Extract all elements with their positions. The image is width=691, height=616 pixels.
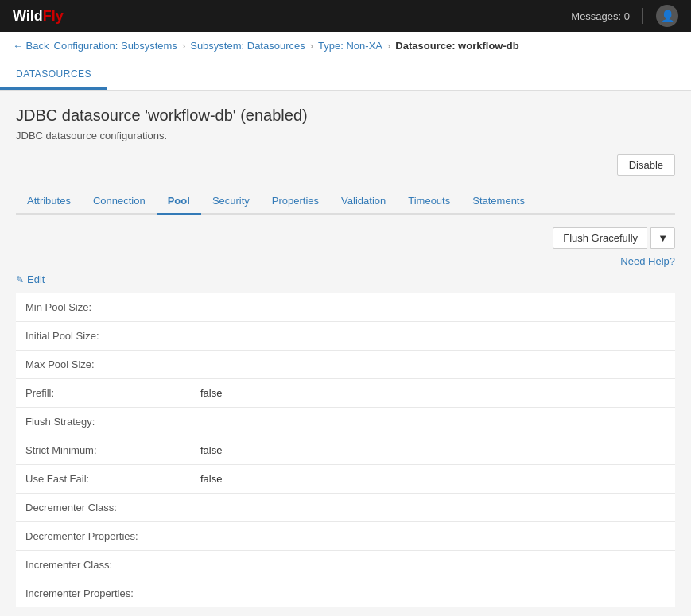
field-value-4	[191, 408, 675, 436]
brand-wild: Wild	[13, 8, 43, 24]
edit-icon: ✎	[16, 274, 24, 285]
inner-tabs: Attributes Connection Pool Security Prop…	[16, 188, 675, 215]
field-label-3: Prefill:	[16, 379, 191, 408]
breadcrumb-item-1[interactable]: Subsystem: Datasources	[190, 40, 305, 52]
edit-label[interactable]: Edit	[27, 273, 45, 285]
field-label-0: Min Pool Size:	[16, 293, 191, 322]
edit-link[interactable]: ✎ Edit	[16, 273, 675, 285]
brand-fly: Fly	[43, 8, 64, 24]
tab-statements[interactable]: Statements	[461, 188, 536, 215]
tab-validation[interactable]: Validation	[330, 188, 397, 215]
field-value-9	[191, 551, 675, 579]
flush-gracefully-caret[interactable]: ▼	[650, 227, 675, 249]
main-content: JDBC datasource 'workflow-db' (enabled) …	[0, 91, 691, 616]
field-value-8	[191, 522, 675, 551]
field-label-5: Strict Minimum:	[16, 436, 191, 465]
back-button[interactable]: ← Back	[13, 40, 49, 52]
action-row: Flush Gracefully ▼	[16, 227, 675, 249]
table-row: Decrementer Properties:	[16, 522, 675, 551]
tab-pool[interactable]: Pool	[157, 188, 201, 215]
field-value-6: false	[191, 465, 675, 494]
table-row: Decrementer Class:	[16, 494, 675, 522]
flush-gracefully-button[interactable]: Flush Gracefully	[553, 227, 647, 249]
page-subtitle: JDBC datasource configurations.	[16, 130, 675, 141]
table-row: Incrementer Class:	[16, 551, 675, 579]
table-row: Flush Strategy:	[16, 408, 675, 436]
navbar-divider	[642, 8, 643, 24]
tab-properties[interactable]: Properties	[261, 188, 330, 215]
tab-connection[interactable]: Connection	[82, 188, 157, 215]
user-icon[interactable]: 👤	[656, 5, 678, 27]
field-label-7: Decrementer Class:	[16, 494, 191, 522]
field-value-7	[191, 494, 675, 522]
field-label-1: Initial Pool Size:	[16, 322, 191, 351]
field-label-10: Incrementer Properties:	[16, 579, 191, 608]
tab-attributes[interactable]: Attributes	[16, 188, 82, 215]
breadcrumb-current: Datasource: workflow-db	[395, 40, 518, 52]
breadcrumb-item-0[interactable]: Configuration: Subsystems	[54, 40, 177, 52]
need-help-link[interactable]: Need Help?	[16, 255, 675, 267]
table-row: Incrementer Properties:	[16, 579, 675, 608]
tab-security[interactable]: Security	[201, 188, 261, 215]
tab-timeouts[interactable]: Timeouts	[397, 188, 461, 215]
messages-label: Messages: 0	[571, 10, 630, 22]
breadcrumb-item-2[interactable]: Type: Non-XA	[318, 40, 382, 52]
table-row: Max Pool Size:	[16, 351, 675, 379]
table-row: Min Pool Size:	[16, 293, 675, 322]
field-value-5: false	[191, 436, 675, 465]
field-label-2: Max Pool Size:	[16, 351, 191, 379]
breadcrumb: ← Back Configuration: Subsystems › Subsy…	[0, 32, 691, 60]
tab-datasources[interactable]: DATASOURCES	[0, 60, 107, 90]
table-row: Strict Minimum:false	[16, 436, 675, 465]
breadcrumb-sep-1: ›	[310, 40, 313, 52]
navbar: WildFly Messages: 0 👤	[0, 0, 691, 32]
field-label-8: Decrementer Properties:	[16, 522, 191, 551]
breadcrumb-sep-0: ›	[182, 40, 185, 52]
page-title: JDBC datasource 'workflow-db' (enabled)	[16, 107, 675, 125]
field-label-4: Flush Strategy:	[16, 408, 191, 436]
field-value-0	[191, 293, 675, 322]
field-label-6: Use Fast Fail:	[16, 465, 191, 494]
top-tab-bar: DATASOURCES	[0, 60, 691, 91]
navbar-right: Messages: 0 👤	[571, 5, 678, 27]
table-row: Use Fast Fail:false	[16, 465, 675, 494]
brand-logo: WildFly	[13, 8, 64, 25]
disable-btn-row: Disable	[16, 154, 675, 176]
table-row: Prefill:false	[16, 379, 675, 408]
table-row: Initial Pool Size:	[16, 322, 675, 351]
breadcrumb-sep-2: ›	[387, 40, 390, 52]
disable-button[interactable]: Disable	[617, 154, 675, 176]
field-value-1	[191, 322, 675, 351]
field-value-10	[191, 579, 675, 608]
pool-data-table: Min Pool Size:Initial Pool Size:Max Pool…	[16, 293, 675, 607]
field-value-2	[191, 351, 675, 379]
field-label-9: Incrementer Class:	[16, 551, 191, 579]
field-value-3: false	[191, 379, 675, 408]
